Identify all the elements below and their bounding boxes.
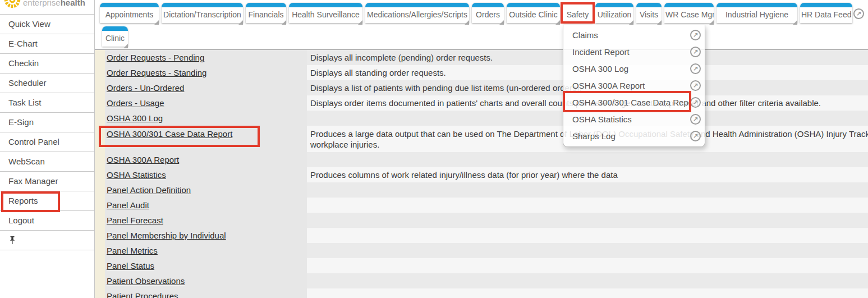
report-description xyxy=(307,152,868,167)
tab-financials[interactable]: Financials xyxy=(246,3,286,23)
menu-item-label: OSHA 300A Report xyxy=(572,81,645,90)
sidebar-item-reports[interactable]: Reports xyxy=(0,191,94,211)
tab-visits[interactable]: Visits xyxy=(636,3,662,23)
left-strip xyxy=(95,213,105,228)
tab-hr-data-feed[interactable]: HR Data Feed xyxy=(800,3,852,23)
left-strip xyxy=(95,198,105,213)
open-in-new-icon[interactable]: ↗ xyxy=(853,8,864,19)
tab-accent-bar xyxy=(289,3,362,7)
report-link[interactable]: OSHA 300 Log xyxy=(107,113,163,123)
open-in-new-icon[interactable]: ↗ xyxy=(690,131,701,141)
gear-logo-icon xyxy=(4,0,21,8)
open-in-new-icon[interactable]: ↗ xyxy=(690,47,701,57)
tab-label: HR Data Feed xyxy=(800,7,852,23)
report-description xyxy=(307,273,868,288)
table-row: Orders - UsageDisplays order items docum… xyxy=(95,95,868,111)
report-link[interactable]: Patient Procedures xyxy=(107,291,178,298)
tab-accent-bar xyxy=(563,3,593,7)
sidebar-item-e-chart[interactable]: E-Chart xyxy=(0,34,94,54)
report-link[interactable]: Panel Metrics xyxy=(107,246,158,255)
tab-orders[interactable]: Orders xyxy=(472,3,504,23)
report-description xyxy=(307,243,868,258)
menu-item-claims[interactable]: Claims↗ xyxy=(563,26,705,43)
sidebar-item-fax-manager[interactable]: Fax Manager xyxy=(0,172,94,191)
open-in-new-icon[interactable]: ↗ xyxy=(690,97,701,108)
tab-utilization[interactable]: Utilization xyxy=(595,3,633,23)
sidebar-pin-button[interactable] xyxy=(0,231,94,250)
report-description xyxy=(307,288,868,298)
tab-safety[interactable]: Safety xyxy=(563,3,593,23)
menu-item-osha-300a-report[interactable]: OSHA 300A Report↗ xyxy=(563,77,705,94)
tab-medications-allergies-scripts[interactable]: Medications/Allergies/Scripts xyxy=(365,3,469,23)
open-in-new-icon[interactable]: ↗ xyxy=(690,30,701,40)
tab-label: Medications/Allergies/Scripts xyxy=(365,7,469,23)
pushpin-icon xyxy=(8,236,16,245)
report-link[interactable]: Panel Status xyxy=(107,261,154,271)
left-strip xyxy=(95,273,105,288)
table-row: Order Requests - StandingDisplays all st… xyxy=(95,65,868,80)
tab-clinic[interactable]: Clinic xyxy=(102,26,128,47)
menu-item-label: Incident Report xyxy=(572,47,630,57)
tab-label: Visits xyxy=(636,7,662,23)
tab-wr-case-mgmt[interactable]: WR Case Mgmt xyxy=(664,3,714,23)
tab-label: Safety xyxy=(563,7,593,23)
tab-appointments[interactable]: Appointments xyxy=(100,3,159,23)
menu-item-osha-300-log[interactable]: OSHA 300 Log↗ xyxy=(563,60,705,77)
report-link-osha-300-301[interactable]: OSHA 300/301 Case Data Report xyxy=(107,129,232,139)
table-row: Panel Action Definition xyxy=(95,182,868,198)
tab-accent-bar xyxy=(100,3,159,7)
menu-item-incident-report[interactable]: Incident Report↗ xyxy=(563,43,705,60)
sub-tab-bar: Clinic xyxy=(95,25,868,49)
sidebar-item-label: Reports xyxy=(8,196,38,205)
table-row: Panel Forecast xyxy=(95,213,868,228)
open-in-new-icon[interactable]: ↗ xyxy=(690,63,701,74)
report-link[interactable]: Panel Membership by Individual xyxy=(107,231,226,240)
tab-accent-bar xyxy=(162,3,243,7)
report-link[interactable]: Panel Audit xyxy=(107,200,149,210)
report-link[interactable]: OSHA Statistics xyxy=(107,170,166,180)
report-link[interactable]: Orders - Usage xyxy=(107,98,164,108)
sidebar-item-task-list[interactable]: Task List xyxy=(0,93,94,113)
menu-item-label: OSHA 300/301 Case Data Report xyxy=(572,98,690,107)
menu-item-sharps-log[interactable]: Sharps Log↗ xyxy=(563,127,705,144)
tab-outside-clinic[interactable]: Outside Clinic xyxy=(507,3,560,23)
tab-dictation-transcription[interactable]: Dictation/Transcription xyxy=(162,3,243,23)
sidebar-item-scheduler[interactable]: Scheduler xyxy=(0,74,94,93)
sidebar-item-webscan[interactable]: WebScan xyxy=(0,152,94,172)
sidebar-item-logout[interactable]: Logout xyxy=(0,211,94,231)
menu-item-osha-300-301-case-data-report[interactable]: OSHA 300/301 Case Data Report ↗ xyxy=(563,94,705,111)
report-description xyxy=(307,213,868,228)
menu-item-osha-statistics[interactable]: OSHA Statistics↗ xyxy=(563,111,705,127)
open-in-new-icon[interactable]: ↗ xyxy=(690,80,701,91)
sidebar-item-control-panel[interactable]: Control Panel xyxy=(0,132,94,152)
table-row: OSHA 300 Log xyxy=(95,111,868,126)
open-in-new-icon[interactable]: ↗ xyxy=(690,114,701,125)
tab-accent-bar xyxy=(595,3,633,7)
tab-health-surveillance[interactable]: Health Surveillance xyxy=(289,3,362,23)
tab-label: Health Surveillance xyxy=(289,7,362,23)
table-row: Panel Membership by Individual xyxy=(95,228,868,243)
table-row: Patient Observations xyxy=(95,273,868,288)
table-row: OSHA StatisticsProduces columns of work … xyxy=(95,167,868,182)
left-strip xyxy=(95,65,105,80)
sidebar-item-e-sign[interactable]: E-Sign xyxy=(0,113,94,132)
tab-industrial-hygiene[interactable]: Industrial Hygiene xyxy=(717,3,797,23)
report-link[interactable]: Panel Forecast xyxy=(107,216,163,225)
sidebar-item-checkin[interactable]: Checkin xyxy=(0,54,94,74)
report-link[interactable]: OSHA 300A Report xyxy=(107,155,179,164)
left-strip xyxy=(95,152,105,167)
sidebar-item-quick-view[interactable]: Quick View xyxy=(0,15,94,34)
report-link[interactable]: Orders - Un-Ordered xyxy=(107,83,184,93)
report-link[interactable]: Order Requests - Pending xyxy=(107,53,204,62)
tab-label: Clinic xyxy=(102,31,128,47)
tab-label: Orders xyxy=(472,7,504,23)
tab-label: Utilization xyxy=(595,7,633,23)
report-link[interactable]: Patient Observations xyxy=(107,276,185,286)
report-link[interactable]: Panel Action Definition xyxy=(107,185,191,195)
tab-label: Outside Clinic xyxy=(507,7,560,23)
report-description xyxy=(307,182,868,198)
tab-accent-bar xyxy=(717,3,797,7)
report-link[interactable]: Order Requests - Standing xyxy=(107,68,206,77)
tab-label: WR Case Mgmt xyxy=(664,7,714,23)
brand-name: enterprisehealth xyxy=(23,0,85,7)
